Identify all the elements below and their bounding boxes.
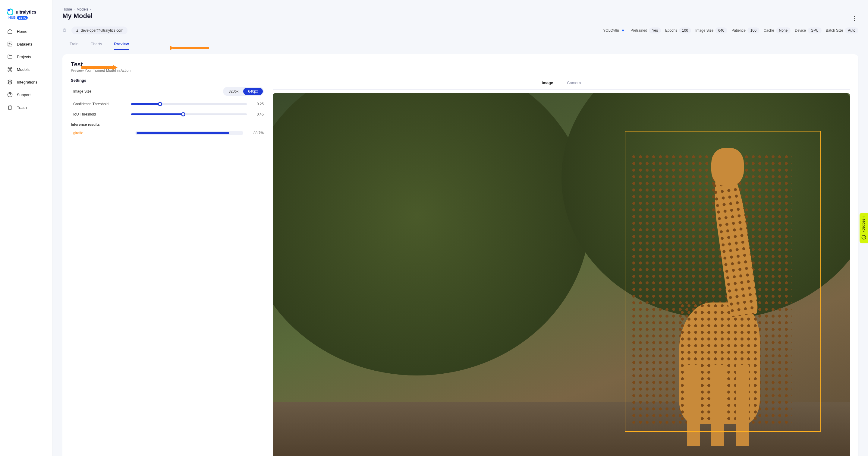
logo-icon <box>7 8 13 15</box>
tabs: Train Charts Preview <box>62 38 858 50</box>
main: Home› Models› My Model ⋮ developer@ultra… <box>53 0 868 456</box>
nav-list: Home Datasets Projects Models Integratio… <box>0 25 53 114</box>
preview-tab-camera[interactable]: Camera <box>567 78 581 89</box>
home-icon <box>7 29 13 34</box>
meta-imgsize: Image Size640 <box>695 27 727 33</box>
breadcrumb: Home› Models› <box>62 7 858 11</box>
meta-device: DeviceGPU <box>795 27 822 33</box>
nav-models[interactable]: Models <box>0 63 53 76</box>
svg-point-5 <box>77 29 78 30</box>
imgsize-640[interactable]: 640px <box>243 88 263 95</box>
result-bar <box>135 131 243 135</box>
folder-icon <box>7 54 13 59</box>
nav-datasets[interactable]: Datasets <box>0 38 53 50</box>
crumb-models[interactable]: Models <box>76 7 88 11</box>
status-dot-icon <box>622 30 624 31</box>
iou-slider[interactable] <box>131 113 247 115</box>
layers-icon <box>7 79 13 85</box>
trash-icon <box>7 105 13 110</box>
logo-subtext: HUBBETA <box>8 16 53 20</box>
settings-label: Settings <box>71 78 264 83</box>
meta-batch: Batch SizeAuto <box>826 27 858 33</box>
tab-train[interactable]: Train <box>70 38 79 50</box>
meta-epochs: Epochs100 <box>665 27 691 33</box>
preview-tab-image[interactable]: Image <box>542 78 553 89</box>
conf-slider[interactable] <box>131 103 247 105</box>
crumb-home[interactable]: Home <box>62 7 72 11</box>
meta-model: YOLOv8n <box>603 28 626 33</box>
svg-point-12 <box>862 235 866 239</box>
nav-projects[interactable]: Projects <box>0 50 53 63</box>
result-class: giraffe <box>71 131 131 135</box>
setting-imgsize-label: Image Size <box>71 89 131 93</box>
meta-pretrained: PretrainedYes <box>630 27 661 33</box>
nav-home[interactable]: Home <box>0 25 53 38</box>
more-menu[interactable]: ⋮ <box>852 15 857 22</box>
test-title: Test <box>71 61 850 68</box>
image-icon <box>7 41 13 47</box>
nav-support[interactable]: Support <box>0 88 53 101</box>
tab-charts[interactable]: Charts <box>90 38 102 50</box>
iou-value: 0.45 <box>250 112 264 116</box>
sidebar: ultralytics HUBBETA Home Datasets Projec… <box>0 0 53 456</box>
owner-chip[interactable]: developer@ultralytics.com <box>71 27 127 34</box>
logo-text: ultralytics <box>16 9 36 15</box>
conf-value: 0.25 <box>250 102 264 106</box>
preview-image <box>273 93 850 456</box>
svg-rect-4 <box>63 30 66 31</box>
logo[interactable]: ultralytics <box>0 6 53 22</box>
svg-point-2 <box>9 43 10 44</box>
meta-cache: CacheNone <box>764 27 790 33</box>
help-icon <box>7 92 13 97</box>
result-value: 88.7% <box>247 131 264 135</box>
setting-conf-label: Confidence Threshold <box>71 102 131 106</box>
nav-integrations[interactable]: Integrations <box>0 76 53 88</box>
detection-bbox <box>625 131 821 432</box>
lock-icon <box>62 28 67 33</box>
imgsize-segment: 320px 640px <box>223 87 264 96</box>
meta-row: developer@ultralytics.com YOLOv8n Pretra… <box>62 27 858 34</box>
page-title: My Model <box>62 12 858 20</box>
setting-iou-label: IoU Threshold <box>71 112 131 116</box>
test-subtitle: Preview Your Trained Model in Action <box>71 68 850 73</box>
nav-trash[interactable]: Trash <box>0 101 53 114</box>
user-icon <box>76 29 79 32</box>
tab-preview[interactable]: Preview <box>114 38 129 50</box>
svg-point-0 <box>7 9 10 11</box>
meta-patience: Patience100 <box>732 27 760 33</box>
beta-badge: BETA <box>17 16 28 20</box>
imgsize-320[interactable]: 320px <box>224 88 244 95</box>
feedback-tab[interactable]: Feedback <box>860 213 868 244</box>
command-icon <box>7 67 13 72</box>
smile-icon <box>861 235 866 239</box>
test-card: Test Preview Your Trained Model in Actio… <box>62 54 858 456</box>
result-row: giraffe 88.7% <box>71 131 264 135</box>
inference-label: Inference results <box>71 122 264 127</box>
